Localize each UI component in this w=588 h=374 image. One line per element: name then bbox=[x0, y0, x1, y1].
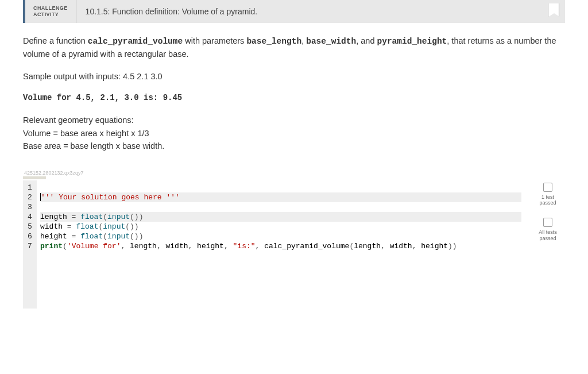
code-editor[interactable]: 1 2 3 4 5 6 7 ''' Your solution goes her… bbox=[23, 180, 525, 309]
line-number: 3 bbox=[23, 202, 37, 212]
bookmark-icon[interactable] bbox=[548, 3, 559, 17]
line-number: 1 bbox=[23, 183, 37, 192]
challenge-badge: CHALLENGE ACTIVITY bbox=[25, 0, 76, 23]
badge-text: All tests bbox=[539, 229, 557, 236]
status-badges: 1 test passed All tests passed bbox=[531, 180, 565, 242]
code-param: base_width bbox=[306, 37, 356, 46]
geometry-block: Relevant geometry equations: Volume = ba… bbox=[23, 114, 565, 152]
instruction-paragraph: Define a function calc_pyramid_volume wi… bbox=[23, 34, 565, 61]
checkbox-icon bbox=[543, 218, 552, 227]
instructions: Define a function calc_pyramid_volume wi… bbox=[23, 34, 565, 153]
decorative-bar bbox=[23, 176, 46, 179]
geom-line: Volume = base area x height x 1/3 bbox=[23, 127, 565, 140]
code-line[interactable]: height = float(input()) bbox=[40, 232, 521, 241]
challenge-title: 10.1.5: Function definition: Volume of a… bbox=[76, 7, 258, 16]
line-number-gutter: 1 2 3 4 5 6 7 bbox=[23, 180, 37, 309]
code-line[interactable] bbox=[40, 183, 521, 192]
sample-output: Volume for 4.5, 2.1, 3.0 is: 9.45 bbox=[23, 92, 565, 105]
sample-label: Sample output with inputs: 4.5 2.1 3.0 bbox=[23, 70, 565, 83]
code-line[interactable]: print('Volume for', length, width, heigh… bbox=[40, 241, 521, 251]
checkbox-icon bbox=[543, 183, 552, 192]
line-number: 6 bbox=[23, 232, 37, 241]
challenge-label-2: ACTIVITY bbox=[33, 11, 68, 18]
badge-text: 1 test bbox=[541, 194, 554, 201]
code-param: pyramid_height bbox=[377, 37, 447, 46]
geom-heading: Relevant geometry equations: bbox=[23, 114, 565, 126]
badge-all-tests: All tests passed bbox=[539, 218, 557, 242]
code-param: base_length bbox=[246, 37, 301, 46]
code-func-name: calc_pyramid_volume bbox=[88, 37, 183, 46]
challenge-label-1: CHALLENGE bbox=[33, 5, 68, 11]
challenge-header: CHALLENGE ACTIVITY 10.1.5: Function defi… bbox=[23, 0, 565, 23]
line-number: 2 bbox=[23, 192, 37, 202]
line-number: 5 bbox=[23, 222, 37, 232]
line-number: 4 bbox=[23, 212, 37, 222]
badge-one-test: 1 test passed bbox=[539, 183, 556, 207]
code-line-active[interactable]: ''' Your solution goes here ''' bbox=[40, 192, 521, 202]
code-line[interactable] bbox=[40, 202, 521, 212]
badge-text: passed bbox=[539, 236, 556, 242]
geom-line: Base area = base length x base width. bbox=[23, 140, 565, 152]
badge-text: passed bbox=[539, 200, 556, 206]
code-line[interactable]: width = float(input()) bbox=[40, 222, 521, 232]
file-id: 425152.2802132.qx3zqy7 bbox=[23, 170, 565, 176]
code-content[interactable]: ''' Your solution goes here ''' length =… bbox=[37, 180, 525, 309]
line-number: 7 bbox=[23, 241, 37, 251]
code-line[interactable]: length = float(input()) bbox=[40, 212, 521, 222]
